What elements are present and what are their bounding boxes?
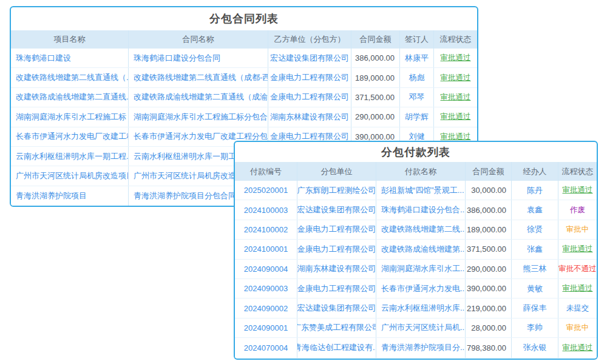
cell-payment_name[interactable]: 长春市伊通河水力发电... — [376, 279, 466, 298]
cell-unit[interactable]: 湖南东林建设有限公司 — [297, 260, 376, 278]
cell-amount: 390,000.00 — [466, 279, 512, 298]
cell-amount: 28,000.00 — [466, 318, 512, 337]
cell-payment_no[interactable]: 2024090003 — [235, 279, 297, 298]
cell-status[interactable]: 审批通过 — [434, 49, 477, 67]
cell-amount: 189,000.00 — [351, 68, 400, 87]
cell-status[interactable]: 审批通过 — [434, 88, 477, 107]
cell-status[interactable]: 审批通过 — [434, 107, 477, 126]
cell-amount: 798,380.00 — [466, 338, 512, 357]
cell-unit[interactable]: 广东赞美成工程有限公司 — [297, 318, 376, 337]
cell-project[interactable]: 改建铁路线增建第二线直通线（... — [11, 68, 129, 87]
cell-signer[interactable]: 胡学辉 — [400, 107, 434, 126]
cell-unit[interactable]: 金康电力工程有限公司 — [297, 240, 376, 258]
cell-handler[interactable]: 袁鑫 — [512, 200, 558, 219]
cell-amount: 371,500.00 — [466, 240, 512, 258]
cell-contract[interactable]: 改建铁路成渝线增建第二直通线（成渝... — [129, 88, 268, 107]
cell-unit[interactable]: 广东辉朗工程测绘公司 — [297, 181, 376, 200]
cell-contract[interactable]: 珠海鹤港口建设分包合同 — [129, 49, 268, 67]
cell-project[interactable]: 长春市伊通河水力发电厂改建工程 — [11, 127, 129, 146]
cell-unit[interactable]: 宏达建设集团有限公司 — [297, 298, 376, 317]
page: 分包合同列表 项目名称合同名称乙方单位（分包方）合同金额签订人流程状态 珠海鹤港… — [0, 0, 607, 364]
cell-handler[interactable]: 李帅 — [512, 318, 558, 337]
payment-table-header-row: 付款编号分包单位付款名称合同金额经办人流程状态 — [235, 162, 597, 181]
cell-amount: 189,000.00 — [466, 220, 512, 239]
cell-status[interactable]: 审批中 — [558, 220, 597, 239]
cell-party_b[interactable]: 金康电力工程有限公司 — [268, 88, 351, 107]
cell-amount: 290,000.00 — [466, 260, 512, 278]
cell-signer[interactable]: 林康平 — [400, 49, 434, 67]
table-row[interactable]: 2024090004湖南东林建设有限公司湖南洞庭湖水库引水工...290,000… — [235, 260, 597, 279]
cell-handler[interactable]: 张鑫 — [512, 240, 558, 258]
cell-amount: 290,000.00 — [351, 107, 400, 126]
cell-payment_no[interactable]: 2024100001 — [235, 240, 297, 258]
cell-project[interactable]: 湖南洞庭湖水库引水工程施工标 — [11, 107, 129, 126]
cell-project[interactable]: 珠海鹤港口建设 — [11, 49, 129, 67]
cell-payment_no[interactable]: 2024100003 — [235, 200, 297, 219]
cell-project[interactable]: 广州市天河区统计局机房改造项目 — [11, 166, 129, 185]
cell-signer[interactable]: 邓琴 — [400, 88, 434, 107]
cell-payment_no[interactable]: 2024100002 — [235, 220, 297, 239]
cell-handler[interactable]: 熊三林 — [512, 260, 558, 278]
table-row[interactable]: 珠海鹤港口建设珠海鹤港口建设分包合同宏达建设集团有限公司386,000.00林康… — [11, 49, 477, 68]
cell-payment_name[interactable]: 改建铁路成渝线增建第... — [376, 240, 466, 258]
cell-payment_name[interactable]: 广州市天河区统计局机... — [376, 318, 466, 337]
cell-status[interactable]: 作废 — [558, 200, 597, 219]
cell-handler[interactable]: 黄敏 — [512, 279, 558, 298]
cell-status[interactable]: 审批通过 — [558, 181, 597, 200]
table-row[interactable]: 改建铁路线增建第二线直通线（...改建铁路线增建第二线直通线（成都-西...金康… — [11, 68, 477, 87]
cell-party_b[interactable]: 湖南东林建设有限公司 — [268, 107, 351, 126]
cell-project[interactable]: 改建铁路成渝线增建第二直通线... — [11, 88, 129, 107]
table-row[interactable]: 2024070004青海临达创工程建设有...青海洪湖养护院项目分...798,… — [235, 338, 597, 357]
cell-status[interactable]: 审批不通过 — [558, 260, 597, 278]
cell-payment_name[interactable]: 珠海鹤港口建设分包合... — [376, 200, 466, 219]
payment-list-title: 分包付款列表 — [235, 142, 597, 162]
cell-status[interactable]: 审批通过 — [558, 240, 597, 258]
cell-payment_no[interactable]: 2024090004 — [235, 260, 297, 278]
table-row[interactable]: 2024100003宏达建设集团有限公司珠海鹤港口建设分包合...386,000… — [235, 200, 597, 220]
cell-handler[interactable]: 薛保丰 — [512, 298, 558, 317]
cell-handler[interactable]: 陈丹 — [512, 181, 558, 200]
table-row[interactable]: 2024100001金康电力工程有限公司改建铁路成渝线增建第...371,500… — [235, 240, 597, 259]
cell-status[interactable]: 审批中 — [558, 318, 597, 337]
cell-unit[interactable]: 宏达建设集团有限公司 — [297, 200, 376, 219]
cell-project[interactable]: 云南水利枢纽潜明水库一期工程... — [11, 147, 129, 166]
cell-status[interactable]: 未提交 — [558, 298, 597, 317]
table-row[interactable]: 2024090003金康电力工程有限公司长春市伊通河水力发电...390,000… — [235, 279, 597, 298]
cell-contract[interactable]: 改建铁路线增建第二线直通线（成都-西... — [129, 68, 268, 87]
cell-payment_name[interactable]: 湖南洞庭湖水库引水工... — [376, 260, 466, 278]
contract-table-header-row: 项目名称合同名称乙方单位（分包方）合同金额签订人流程状态 — [11, 30, 477, 49]
payment-table-body: 2025020001广东辉朗工程测绘公司彭祖新城“四馆”景观工...30,000… — [235, 181, 597, 359]
cell-payment_name[interactable]: 改建铁路线增建第二线... — [376, 220, 466, 239]
cell-status[interactable]: 审批通过 — [558, 279, 597, 298]
cell-party_b[interactable]: 宏达建设集团有限公司 — [268, 49, 351, 67]
cell-payment_name[interactable]: 云南水利枢纽潜明水库... — [376, 298, 466, 317]
cell-amount: 30,000.00 — [466, 181, 512, 200]
cell-unit[interactable]: 金康电力工程有限公司 — [297, 279, 376, 298]
cell-payment_no[interactable]: 2024090002 — [235, 298, 297, 317]
cell-payment_no[interactable]: 2024070004 — [235, 338, 297, 357]
table-row[interactable]: 2024100002金康电力工程有限公司改建铁路线增建第二线...189,000… — [235, 220, 597, 240]
cell-status[interactable]: 审批通过 — [558, 338, 597, 357]
table-row[interactable]: 2024090001广东赞美成工程有限公司广州市天河区统计局机...28,000… — [235, 318, 597, 338]
column-header-amount: 合同金额 — [351, 30, 400, 49]
cell-project[interactable]: 青海洪湖养护院项目 — [11, 186, 129, 206]
cell-status[interactable]: 审批通过 — [434, 68, 477, 87]
cell-handler[interactable]: 徐贤 — [512, 220, 558, 239]
table-row[interactable]: 2024090002宏达建设集团有限公司云南水利枢纽潜明水库...219,000… — [235, 298, 597, 318]
cell-handler[interactable]: 张永银 — [512, 338, 558, 357]
column-header-payment_no: 付款编号 — [235, 162, 297, 181]
cell-amount: 386,000.00 — [466, 200, 512, 219]
cell-unit[interactable]: 金康电力工程有限公司 — [297, 220, 376, 239]
cell-payment_no[interactable]: 2024090001 — [235, 318, 297, 337]
table-row[interactable]: 湖南洞庭湖水库引水工程施工标湖南洞庭湖水库引水工程施工标分包合同湖南东林建设有限… — [11, 107, 477, 127]
cell-payment_no[interactable]: 2025020001 — [235, 181, 297, 200]
column-header-unit: 分包单位 — [297, 162, 376, 181]
cell-contract[interactable]: 湖南洞庭湖水库引水工程施工标分包合同 — [129, 107, 268, 126]
cell-party_b[interactable]: 金康电力工程有限公司 — [268, 68, 351, 87]
cell-unit[interactable]: 青海临达创工程建设有... — [297, 338, 376, 357]
table-row[interactable]: 2025020001广东辉朗工程测绘公司彭祖新城“四馆”景观工...30,000… — [235, 181, 597, 200]
cell-payment_name[interactable]: 彭祖新城“四馆”景观工... — [376, 181, 466, 200]
cell-payment_name[interactable]: 青海洪湖养护院项目分... — [376, 338, 466, 357]
cell-signer[interactable]: 杨彪 — [400, 68, 434, 87]
table-row[interactable]: 改建铁路成渝线增建第二直通线...改建铁路成渝线增建第二直通线（成渝...金康电… — [11, 88, 477, 107]
